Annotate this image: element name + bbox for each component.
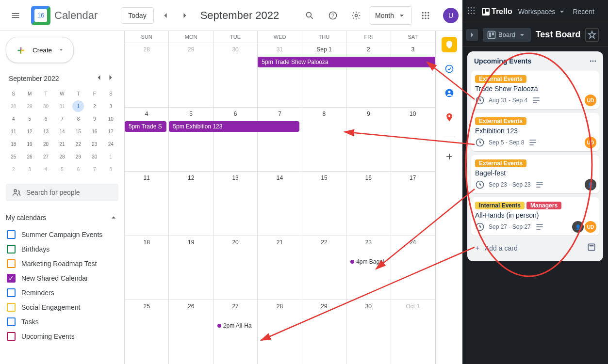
mini-day[interactable]: 26 <box>24 151 35 162</box>
day-cell[interactable]: 26 <box>169 300 213 364</box>
mini-day[interactable]: 21 <box>56 138 68 150</box>
mini-day[interactable]: 3 <box>24 163 35 175</box>
list-title[interactable]: Upcoming Events <box>474 57 531 65</box>
day-cell[interactable]: 2 <box>346 43 391 107</box>
board-view-button[interactable]: Board <box>483 28 531 42</box>
card-avatar[interactable]: 👤 <box>572 221 584 233</box>
list-menu-icon[interactable]: ⋯ <box>590 57 596 65</box>
day-cell[interactable]: 272pm All-Ha <box>214 300 258 364</box>
mini-day[interactable]: 4 <box>8 113 19 125</box>
mini-day[interactable]: 23 <box>89 138 100 150</box>
mini-day[interactable]: 13 <box>40 126 52 137</box>
template-icon[interactable] <box>587 242 596 253</box>
mini-day[interactable]: 7 <box>89 163 100 175</box>
day-cell[interactable]: 30 <box>346 300 391 364</box>
workspaces-menu[interactable]: Workspaces <box>518 7 567 16</box>
day-cell[interactable]: 12 <box>169 172 213 236</box>
day-cell[interactable]: 16 <box>346 172 391 236</box>
user-avatar[interactable]: U <box>443 8 459 23</box>
mini-day[interactable]: 15 <box>72 126 84 137</box>
mini-day[interactable]: 2 <box>89 100 100 112</box>
event[interactable]: 4pm Bagel <box>348 258 388 265</box>
gcal-logo[interactable]: Calendar <box>31 6 98 25</box>
calendar-checkbox[interactable] <box>7 245 16 253</box>
mini-day[interactable]: 7 <box>56 113 68 125</box>
help-icon[interactable]: ? <box>323 6 343 25</box>
day-cell[interactable]: 5 <box>169 108 213 172</box>
mini-next-button[interactable] <box>106 73 115 84</box>
day-cell[interactable]: 4 <box>125 108 169 172</box>
mini-day[interactable]: 30 <box>40 100 52 112</box>
next-month-button[interactable] <box>177 8 193 23</box>
mini-day[interactable]: 5 <box>56 163 68 175</box>
day-cell[interactable]: 19 <box>169 236 213 300</box>
today-button[interactable]: Today <box>121 7 153 24</box>
event-bar[interactable]: 5pm Trade S <box>125 121 166 132</box>
tasks-icon[interactable] <box>442 61 457 77</box>
day-cell[interactable]: 22 <box>302 236 346 300</box>
mini-day[interactable]: 12 <box>24 126 35 137</box>
collapse-icon[interactable] <box>466 29 478 41</box>
mini-day[interactable]: 3 <box>105 100 116 112</box>
mini-day[interactable]: 20 <box>40 138 52 150</box>
day-cell[interactable]: 3 <box>391 43 435 107</box>
card-avatar[interactable]: 👤 <box>585 179 596 190</box>
recent-menu[interactable]: Recent <box>573 8 594 16</box>
trello-card[interactable]: External EventsExhibition 123Sep 5 - Sep… <box>471 113 599 151</box>
search-people[interactable]: Search for people <box>6 184 118 201</box>
apps-icon[interactable] <box>416 6 435 25</box>
mini-day[interactable]: 30 <box>89 151 100 162</box>
mini-day[interactable]: 6 <box>72 163 84 175</box>
mini-day[interactable]: 8 <box>72 113 84 125</box>
mini-day[interactable]: 2 <box>8 163 19 175</box>
menu-icon[interactable] <box>4 4 27 27</box>
calendar-checkbox[interactable] <box>7 259 16 268</box>
day-cell[interactable]: 18 <box>125 236 169 300</box>
mini-day[interactable]: 28 <box>56 151 68 162</box>
trello-logo[interactable]: Trello <box>482 7 512 16</box>
mini-day[interactable]: 9 <box>89 113 100 125</box>
mini-day[interactable]: 25 <box>8 151 19 162</box>
mini-day[interactable]: 8 <box>105 163 116 175</box>
day-cell[interactable]: Oct 1 <box>391 300 435 364</box>
day-cell[interactable]: 30 <box>214 43 258 107</box>
calendar-checkbox[interactable] <box>7 332 16 341</box>
calendar-item[interactable]: Tasks <box>6 315 118 329</box>
my-calendars-header[interactable]: My calendars <box>6 210 118 225</box>
day-cell[interactable]: 29 <box>169 43 213 107</box>
calendar-item[interactable]: Upcoming Events <box>6 329 118 344</box>
trello-card[interactable]: External EventsBagel-festSep 23 - Sep 23… <box>471 155 599 193</box>
star-button[interactable] <box>585 28 599 42</box>
calendar-item[interactable]: Summer Campaign Events <box>6 227 118 242</box>
event[interactable]: 2pm All-Ha <box>215 322 255 329</box>
calendar-item[interactable]: Social Engagement <box>6 300 118 315</box>
mini-day[interactable]: 5 <box>24 113 35 125</box>
day-cell[interactable]: 8 <box>302 108 346 172</box>
mini-day[interactable]: 28 <box>8 100 19 112</box>
day-cell[interactable]: 28 <box>258 300 302 364</box>
day-cell[interactable]: 6 <box>214 108 258 172</box>
maps-icon[interactable] <box>442 110 457 125</box>
day-cell[interactable]: 17 <box>391 172 435 236</box>
mini-day[interactable]: 27 <box>40 151 52 162</box>
create-button[interactable]: ＋ Create <box>6 37 74 63</box>
day-cell[interactable]: 29 <box>302 300 346 364</box>
day-cell[interactable]: 25 <box>125 300 169 364</box>
trello-card[interactable]: Internal EventsManagersAll-Hands (in per… <box>471 197 599 236</box>
calendar-item[interactable]: ✓New Shared Calendar <box>6 271 118 285</box>
apps-grid-icon[interactable] <box>466 6 476 17</box>
view-selector[interactable]: Month <box>370 6 412 25</box>
mini-day[interactable]: 19 <box>24 138 35 150</box>
calendar-checkbox[interactable]: ✓ <box>7 274 16 283</box>
calendar-checkbox[interactable] <box>7 303 16 312</box>
settings-icon[interactable] <box>346 6 366 25</box>
day-cell[interactable]: 10 <box>391 108 435 172</box>
mini-day[interactable]: 1 <box>72 100 84 112</box>
calendar-checkbox[interactable] <box>7 230 16 239</box>
event-bar[interactable]: 5pm Trade Show Palooza <box>258 57 435 67</box>
day-cell[interactable]: 11 <box>125 172 169 236</box>
mini-day[interactable]: 22 <box>72 138 84 150</box>
day-cell[interactable]: 24 <box>391 236 435 300</box>
prev-month-button[interactable] <box>158 8 173 23</box>
day-cell[interactable]: 15 <box>302 172 346 236</box>
